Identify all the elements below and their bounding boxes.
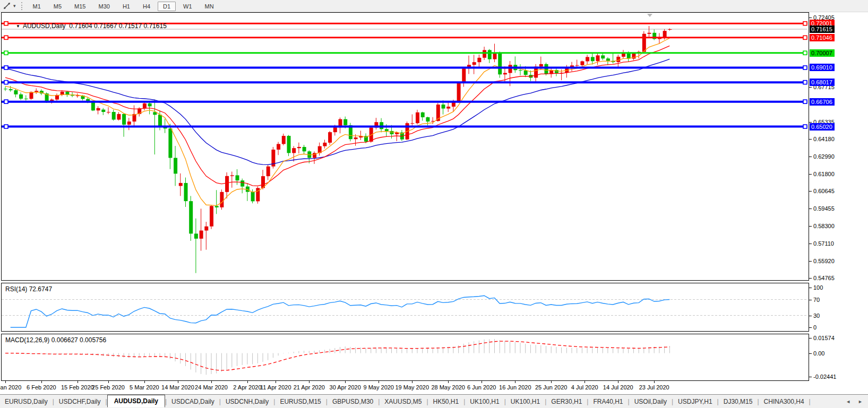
tab-uk100-h1[interactable]: UK100,H1 xyxy=(465,396,504,407)
chart-shift-marker xyxy=(647,14,652,17)
tab-xauusd-m5[interactable]: XAUUSD,M5 xyxy=(380,396,426,407)
hline-handle[interactable] xyxy=(803,125,807,128)
tab-ger30-h1[interactable]: GER30,H1 xyxy=(546,396,587,407)
tab-scroll-arrows: ◄ ► xyxy=(846,399,863,404)
date-label: 19 May 2020 xyxy=(395,384,429,390)
date-label: 23 Jul 2020 xyxy=(639,384,669,390)
macd-label: MACD(12,26,9) 0.006627 0.005756 xyxy=(5,336,106,344)
hline-handle[interactable] xyxy=(803,81,807,84)
price-tick xyxy=(809,191,812,192)
tab-china300-h4[interactable]: CHINA300,H4 xyxy=(759,396,809,407)
current-price-chip: 0.71615 xyxy=(810,25,835,33)
tab-eurusd-daily[interactable]: EURUSD,Daily xyxy=(0,396,53,407)
tab-gbpusd-m30[interactable]: GBPUSD,M30 xyxy=(328,396,378,407)
date-label: 15 Feb 2020 xyxy=(61,384,94,390)
macd-axis-tick xyxy=(809,338,812,338)
rsi-indicator-panel[interactable]: RSI(14) 72.6747 xyxy=(1,283,809,332)
timeframe-button-H4[interactable]: H4 xyxy=(137,2,156,11)
tab-hk50-h1[interactable]: HK50,H1 xyxy=(428,396,464,407)
date-label: 6 Feb 2020 xyxy=(27,384,56,390)
date-label: 25 Feb 2020 xyxy=(92,384,125,390)
tab-usdcnh-daily[interactable]: USDCNH,Daily xyxy=(221,396,273,407)
hline-handle[interactable] xyxy=(803,22,807,25)
level-price-chip: 0.71046 xyxy=(810,34,835,41)
timeframe-button-M1[interactable]: M1 xyxy=(28,2,46,11)
candlestick-chart[interactable] xyxy=(2,13,807,279)
date-tick xyxy=(654,381,655,383)
timeframe-button-H1[interactable]: H1 xyxy=(117,2,135,11)
price-tick xyxy=(809,209,812,209)
tab-usdcad-daily[interactable]: USDCAD,Daily xyxy=(167,396,219,407)
tab-scroll-left-icon[interactable]: ◄ xyxy=(846,399,850,404)
tab-usoil-daily[interactable]: USOil,Daily xyxy=(630,396,672,407)
price-tick-label: 0.55920 xyxy=(813,258,835,264)
level-price-chip: 0.70007 xyxy=(810,49,835,57)
tab-dj30-m15[interactable]: DJ30,M15 xyxy=(719,396,758,407)
date-tick xyxy=(618,381,618,383)
timeframe-button-M30[interactable]: M30 xyxy=(93,2,115,11)
rsi-axis-label: 30 xyxy=(813,312,820,319)
tab-uk100-h1[interactable]: UK100,H1 xyxy=(506,396,545,407)
timeframe-button-M5[interactable]: M5 xyxy=(48,2,67,11)
macd-chart xyxy=(2,334,807,379)
mt4-window: ▾ M1M5M15M30H1H4D1W1MN ▼AUDUSD,Daily 0.7… xyxy=(0,0,868,408)
hline-handle[interactable] xyxy=(803,51,807,55)
hline-handle[interactable] xyxy=(4,125,8,128)
hline-handle[interactable] xyxy=(4,66,8,70)
hline-handle[interactable] xyxy=(803,36,807,39)
rsi-axis-tick xyxy=(809,316,812,316)
macd-indicator-panel[interactable]: MACD(12,26,9) 0.006627 0.005756 xyxy=(1,334,809,381)
date-tick xyxy=(41,381,42,383)
date-tick xyxy=(108,381,109,383)
chevron-down-icon[interactable]: ▼ xyxy=(16,24,20,29)
hline-handle[interactable] xyxy=(4,100,8,103)
date-label: 14 Mar 2020 xyxy=(161,384,194,390)
timeframe-button-MN[interactable]: MN xyxy=(200,2,219,11)
rsi-axis-label: 70 xyxy=(813,297,820,303)
price-tick xyxy=(809,278,812,279)
date-tick xyxy=(247,381,248,383)
date-tick xyxy=(551,381,552,383)
tab-audusd-daily[interactable]: AUDUSD,Daily xyxy=(107,395,165,407)
date-tick xyxy=(5,381,6,383)
date-label: 11 Apr 2020 xyxy=(260,384,291,390)
price-axis[interactable]: 0.724050.677150.653350.641800.629900.618… xyxy=(809,12,867,381)
tool-dropdown-caret[interactable]: ▾ xyxy=(13,3,16,8)
price-tick xyxy=(809,18,812,18)
timeframe-button-M15[interactable]: M15 xyxy=(69,2,91,11)
level-price-chip: 0.66706 xyxy=(810,98,835,106)
toolbar-grip[interactable] xyxy=(21,2,22,10)
hline-handle[interactable] xyxy=(4,51,8,55)
chart-tabs: EURUSD,Daily|USDCHF,Daily|AUDUSD,Daily|U… xyxy=(0,395,811,408)
macd-axis-label: 0.01574 xyxy=(813,335,835,341)
tab-usdchf-daily[interactable]: USDCHF,Daily xyxy=(54,396,106,407)
date-tick xyxy=(379,381,379,383)
price-tick-label: 0.57110 xyxy=(813,240,834,247)
tab-fra40-h1[interactable]: FRA40,H1 xyxy=(588,396,628,407)
date-label: 14 Jul 2020 xyxy=(603,384,633,390)
timeframe-button-W1[interactable]: W1 xyxy=(178,2,197,11)
price-tick xyxy=(809,244,812,244)
main-chart-panel[interactable]: ▼AUDUSD,Daily 0.71604 0.71667 0.71517 0.… xyxy=(1,12,809,281)
tab-eurusd-m15[interactable]: EURUSD,M15 xyxy=(275,396,325,407)
timeframe-button-D1[interactable]: D1 xyxy=(158,2,176,11)
ma-fast-line xyxy=(5,38,669,206)
date-tick xyxy=(178,381,178,383)
macd-axis-label: -0.02441 xyxy=(813,374,836,380)
rsi-chart xyxy=(2,283,807,330)
tab-scroll-right-icon[interactable]: ► xyxy=(858,399,863,404)
level-price-chip: 0.65020 xyxy=(810,123,835,131)
price-tick-label: 0.60645 xyxy=(813,188,835,194)
tab-usdjpy-h1[interactable]: USDJPY,H1 xyxy=(673,396,717,407)
macd-axis-tick xyxy=(809,353,812,354)
date-tick xyxy=(585,381,585,383)
hline-handle[interactable] xyxy=(803,100,807,103)
date-label: 6 Jun 2020 xyxy=(467,384,496,390)
date-tick xyxy=(78,381,78,383)
date-axis[interactable]: 28 Jan 20206 Feb 202015 Feb 202025 Feb 2… xyxy=(0,381,868,394)
date-label: 4 Jul 2020 xyxy=(571,384,598,390)
crosshair-tool-icon[interactable] xyxy=(2,1,12,11)
hline-handle[interactable] xyxy=(4,81,8,84)
rsi-axis-tick xyxy=(809,288,812,288)
hline-handle[interactable] xyxy=(803,66,807,70)
